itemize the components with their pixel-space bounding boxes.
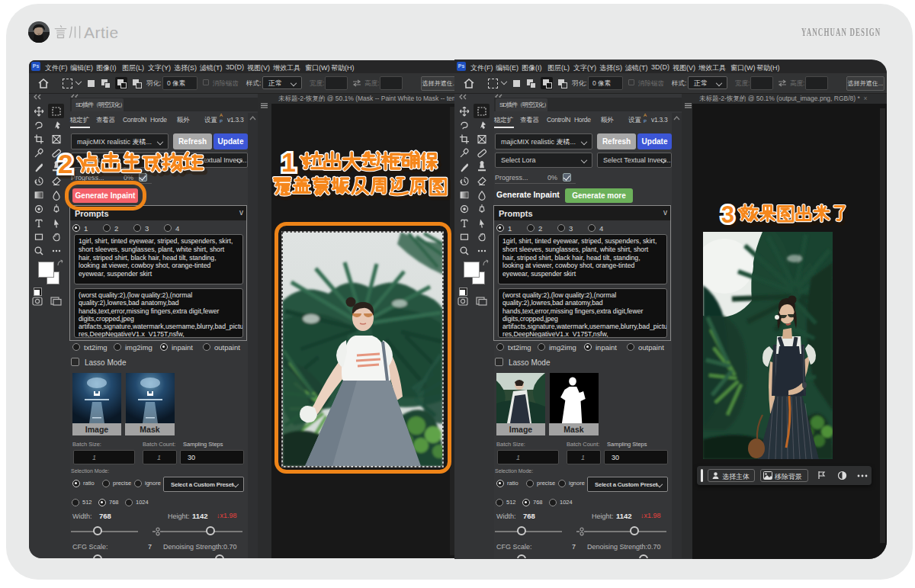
svg-text:3: 3 (721, 201, 734, 227)
svg-text:2: 2 (58, 149, 73, 179)
